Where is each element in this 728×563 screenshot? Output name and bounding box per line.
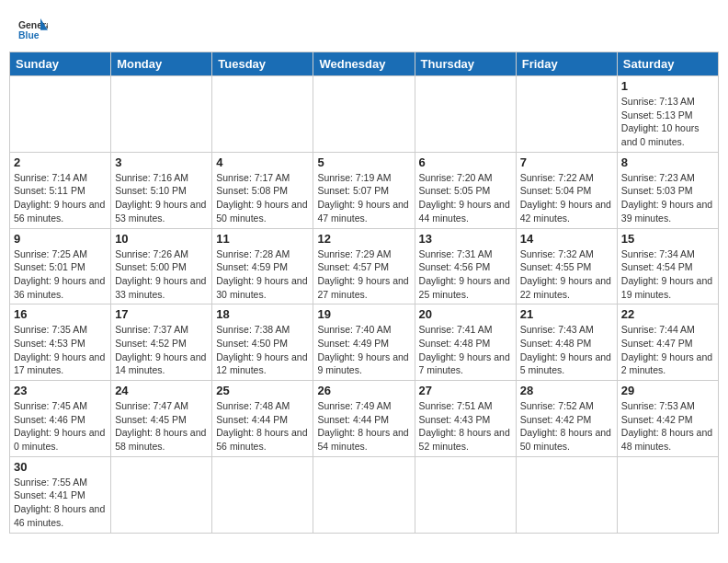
day-info: Sunrise: 7:55 AM Sunset: 4:41 PM Dayligh… (14, 476, 107, 530)
calendar-day-cell: 19Sunrise: 7:40 AM Sunset: 4:49 PM Dayli… (313, 304, 415, 381)
calendar-day-cell: 27Sunrise: 7:51 AM Sunset: 4:43 PM Dayli… (415, 381, 516, 457)
svg-text:Blue: Blue (18, 30, 40, 40)
day-number: 23 (14, 384, 107, 397)
day-info: Sunrise: 7:13 AM Sunset: 5:13 PM Dayligh… (621, 95, 714, 149)
day-info: Sunrise: 7:16 AM Sunset: 5:10 PM Dayligh… (115, 171, 208, 225)
day-info: Sunrise: 7:29 AM Sunset: 4:57 PM Dayligh… (317, 247, 410, 302)
day-number: 29 (621, 384, 714, 397)
calendar-day-cell: 15Sunrise: 7:34 AM Sunset: 4:54 PM Dayli… (617, 228, 718, 304)
calendar-day-cell: 12Sunrise: 7:29 AM Sunset: 4:57 PM Dayli… (313, 228, 415, 304)
calendar-day-cell (10, 76, 111, 153)
day-number: 3 (115, 155, 208, 169)
calendar-day-cell: 22Sunrise: 7:44 AM Sunset: 4:47 PM Dayli… (617, 304, 718, 381)
day-info: Sunrise: 7:38 AM Sunset: 4:50 PM Dayligh… (216, 323, 309, 377)
weekday-header-cell: Friday (516, 52, 617, 76)
calendar-week-row: 23Sunrise: 7:45 AM Sunset: 4:46 PM Dayli… (10, 381, 719, 457)
calendar-day-cell: 24Sunrise: 7:47 AM Sunset: 4:45 PM Dayli… (111, 381, 212, 457)
calendar-day-cell (212, 76, 313, 153)
calendar-day-cell: 20Sunrise: 7:41 AM Sunset: 4:48 PM Dayli… (415, 304, 516, 381)
day-number: 14 (520, 232, 613, 246)
day-info: Sunrise: 7:49 AM Sunset: 4:44 PM Dayligh… (317, 399, 410, 454)
day-info: Sunrise: 7:35 AM Sunset: 4:53 PM Dayligh… (14, 323, 107, 377)
calendar-day-cell: 2Sunrise: 7:14 AM Sunset: 5:11 PM Daylig… (10, 152, 111, 228)
day-info: Sunrise: 7:48 AM Sunset: 4:44 PM Dayligh… (216, 399, 309, 454)
day-number: 16 (14, 307, 107, 321)
calendar-day-cell: 23Sunrise: 7:45 AM Sunset: 4:46 PM Dayli… (10, 381, 111, 457)
day-number: 1 (621, 79, 714, 93)
calendar-week-row: 1Sunrise: 7:13 AM Sunset: 5:13 PM Daylig… (10, 76, 719, 153)
day-info: Sunrise: 7:51 AM Sunset: 4:43 PM Dayligh… (419, 399, 512, 454)
day-number: 20 (419, 307, 512, 321)
weekday-header-cell: Thursday (415, 52, 516, 76)
calendar-day-cell (111, 456, 212, 533)
calendar-day-cell: 8Sunrise: 7:23 AM Sunset: 5:03 PM Daylig… (617, 152, 718, 228)
calendar-day-cell: 13Sunrise: 7:31 AM Sunset: 4:56 PM Dayli… (415, 228, 516, 304)
calendar-day-cell (111, 76, 212, 153)
calendar-day-cell: 9Sunrise: 7:25 AM Sunset: 5:01 PM Daylig… (10, 228, 111, 304)
weekday-header-cell: Tuesday (212, 52, 313, 76)
day-number: 24 (115, 384, 208, 397)
day-number: 26 (317, 384, 410, 397)
calendar-day-cell (212, 456, 313, 533)
calendar-day-cell (516, 76, 617, 153)
calendar-day-cell (415, 456, 516, 533)
day-number: 22 (621, 307, 714, 321)
calendar-day-cell: 1Sunrise: 7:13 AM Sunset: 5:13 PM Daylig… (617, 76, 718, 153)
day-number: 8 (621, 155, 714, 169)
day-number: 4 (216, 155, 309, 169)
day-number: 13 (419, 232, 512, 246)
day-info: Sunrise: 7:44 AM Sunset: 4:47 PM Dayligh… (621, 323, 714, 377)
day-number: 17 (115, 307, 208, 321)
calendar-day-cell: 26Sunrise: 7:49 AM Sunset: 4:44 PM Dayli… (313, 381, 415, 457)
day-info: Sunrise: 7:14 AM Sunset: 5:11 PM Dayligh… (14, 171, 107, 225)
day-info: Sunrise: 7:45 AM Sunset: 4:46 PM Dayligh… (14, 399, 107, 454)
calendar-day-cell: 29Sunrise: 7:53 AM Sunset: 4:42 PM Dayli… (617, 381, 718, 457)
weekday-header-cell: Sunday (10, 52, 111, 76)
calendar-week-row: 30Sunrise: 7:55 AM Sunset: 4:41 PM Dayli… (10, 456, 719, 533)
day-number: 2 (14, 155, 107, 169)
day-info: Sunrise: 7:25 AM Sunset: 5:01 PM Dayligh… (14, 247, 107, 302)
day-info: Sunrise: 7:53 AM Sunset: 4:42 PM Dayligh… (621, 399, 714, 454)
day-info: Sunrise: 7:40 AM Sunset: 4:49 PM Dayligh… (317, 323, 410, 377)
calendar-day-cell: 18Sunrise: 7:38 AM Sunset: 4:50 PM Dayli… (212, 304, 313, 381)
day-info: Sunrise: 7:52 AM Sunset: 4:42 PM Dayligh… (520, 399, 613, 454)
calendar-day-cell (313, 456, 415, 533)
calendar-day-cell: 4Sunrise: 7:17 AM Sunset: 5:08 PM Daylig… (212, 152, 313, 228)
calendar-day-cell: 6Sunrise: 7:20 AM Sunset: 5:05 PM Daylig… (415, 152, 516, 228)
day-info: Sunrise: 7:41 AM Sunset: 4:48 PM Dayligh… (419, 323, 512, 377)
calendar-day-cell (617, 456, 718, 533)
day-number: 19 (317, 307, 410, 321)
weekday-header-cell: Wednesday (313, 52, 415, 76)
day-number: 21 (520, 307, 613, 321)
calendar-day-cell: 10Sunrise: 7:26 AM Sunset: 5:00 PM Dayli… (111, 228, 212, 304)
day-number: 6 (419, 155, 512, 169)
weekday-header-cell: Monday (111, 52, 212, 76)
calendar-day-cell: 28Sunrise: 7:52 AM Sunset: 4:42 PM Dayli… (516, 381, 617, 457)
logo-icon: General Blue (18, 17, 48, 42)
calendar-week-row: 16Sunrise: 7:35 AM Sunset: 4:53 PM Dayli… (10, 304, 719, 381)
calendar-day-cell (516, 456, 617, 533)
day-number: 5 (317, 155, 410, 169)
weekday-header-cell: Saturday (617, 52, 718, 76)
day-info: Sunrise: 7:28 AM Sunset: 4:59 PM Dayligh… (216, 247, 309, 302)
calendar-table: SundayMondayTuesdayWednesdayThursdayFrid… (9, 52, 719, 534)
calendar-day-cell: 25Sunrise: 7:48 AM Sunset: 4:44 PM Dayli… (212, 381, 313, 457)
day-info: Sunrise: 7:17 AM Sunset: 5:08 PM Dayligh… (216, 171, 309, 225)
calendar-day-cell (313, 76, 415, 153)
day-number: 18 (216, 307, 309, 321)
calendar-week-row: 2Sunrise: 7:14 AM Sunset: 5:11 PM Daylig… (10, 152, 719, 228)
day-info: Sunrise: 7:37 AM Sunset: 4:52 PM Dayligh… (115, 323, 208, 377)
calendar-day-cell: 11Sunrise: 7:28 AM Sunset: 4:59 PM Dayli… (212, 228, 313, 304)
day-info: Sunrise: 7:26 AM Sunset: 5:00 PM Dayligh… (115, 247, 208, 302)
day-info: Sunrise: 7:20 AM Sunset: 5:05 PM Dayligh… (419, 171, 512, 225)
logo: General Blue (18, 17, 48, 42)
day-info: Sunrise: 7:19 AM Sunset: 5:07 PM Dayligh… (317, 171, 410, 225)
calendar-day-cell: 21Sunrise: 7:43 AM Sunset: 4:48 PM Dayli… (516, 304, 617, 381)
calendar-day-cell: 5Sunrise: 7:19 AM Sunset: 5:07 PM Daylig… (313, 152, 415, 228)
calendar-week-row: 9Sunrise: 7:25 AM Sunset: 5:01 PM Daylig… (10, 228, 719, 304)
calendar-day-cell: 16Sunrise: 7:35 AM Sunset: 4:53 PM Dayli… (10, 304, 111, 381)
calendar-day-cell: 30Sunrise: 7:55 AM Sunset: 4:41 PM Dayli… (10, 456, 111, 533)
calendar-day-cell: 14Sunrise: 7:32 AM Sunset: 4:55 PM Dayli… (516, 228, 617, 304)
calendar-day-cell: 3Sunrise: 7:16 AM Sunset: 5:10 PM Daylig… (111, 152, 212, 228)
day-info: Sunrise: 7:32 AM Sunset: 4:55 PM Dayligh… (520, 247, 613, 302)
